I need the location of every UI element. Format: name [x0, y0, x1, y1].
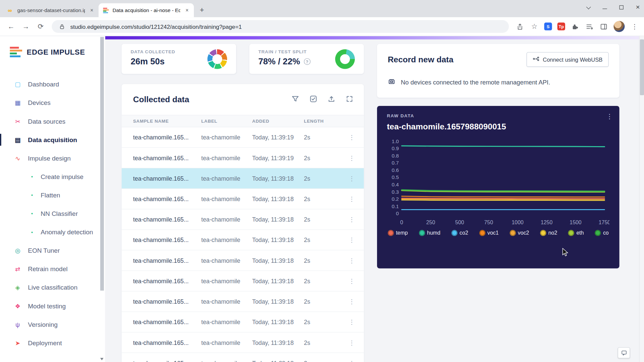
table-row[interactable]: tea-chamomile.165... tea-chamomile Today… [121, 353, 364, 362]
tab-close-icon[interactable]: × [183, 7, 191, 14]
legend-item[interactable]: eth [568, 230, 584, 236]
svg-text:0.3: 0.3 [392, 189, 399, 195]
sidebar-item[interactable]: ✂ Data sources [0, 112, 105, 130]
help-icon[interactable]: ? [304, 58, 311, 65]
sidebar-item[interactable]: ◎ EON Tuner [0, 241, 105, 260]
share-icon[interactable] [516, 22, 525, 31]
sample-name: tea-chamomile.165... [133, 278, 201, 284]
extension-icon[interactable]: S [544, 22, 552, 30]
table-row[interactable]: tea-chamomile.165... tea-chamomile Today… [121, 271, 364, 291]
table-row[interactable]: tea-chamomile.165... tea-chamomile Today… [121, 312, 364, 333]
row-menu-icon[interactable]: ⋮ [349, 339, 355, 346]
sidebar-item[interactable]: ▦ Devices [0, 94, 105, 112]
sidebar-item-label: Data sources [28, 118, 65, 125]
sidebar-item[interactable]: ● Anomaly detection [0, 223, 105, 241]
sidebar-item[interactable]: ● NN Classifier [0, 204, 105, 223]
select-all-icon[interactable] [310, 95, 317, 104]
extensions-puzzle-icon[interactable] [571, 22, 580, 31]
sample-added: Today, 11:39:18 [252, 175, 304, 182]
sidebar-scrollbar[interactable] [100, 37, 104, 361]
new-tab-button[interactable]: + [196, 4, 207, 15]
sidebar-item[interactable]: ψ Versioning [0, 315, 105, 334]
table-row[interactable]: tea-chamomile.165... tea-chamomile Today… [121, 168, 364, 189]
sidebar-item[interactable]: ▢ Dashboard [0, 75, 105, 94]
sidebar-item[interactable]: ❖ Model testing [0, 297, 105, 315]
playlist-icon[interactable] [585, 22, 594, 31]
table-row[interactable]: tea-chamomile.165... tea-chamomile Today… [121, 291, 364, 312]
expand-icon[interactable] [346, 95, 353, 104]
reload-icon[interactable]: ⟳ [35, 20, 47, 33]
tab-close-icon[interactable]: × [88, 7, 95, 14]
table-body: tea-chamomile.165... tea-chamomile Today… [121, 127, 364, 362]
bookmark-star-icon[interactable]: ☆ [530, 22, 539, 31]
svg-text:1500: 1500 [570, 220, 582, 225]
forward-icon[interactable]: → [20, 20, 32, 33]
sidebar-item[interactable]: ➤ Deployment [0, 334, 105, 352]
row-menu-icon[interactable]: ⋮ [349, 298, 355, 305]
row-menu-icon[interactable]: ⋮ [349, 236, 355, 244]
table-row[interactable]: tea-chamomile.165... tea-chamomile Today… [121, 127, 364, 148]
sample-name: tea-chamomile.165... [133, 298, 201, 305]
svg-text:1000: 1000 [512, 220, 524, 225]
filter-icon[interactable] [291, 95, 299, 104]
back-icon[interactable]: ← [5, 20, 17, 33]
row-menu-icon[interactable]: ⋮ [349, 257, 355, 264]
connect-webusb-button[interactable]: Connect using WebUSB [526, 52, 608, 67]
url-bar[interactable]: studio.edgeimpulse.com/studio/121242/acq… [52, 20, 509, 33]
row-menu-icon[interactable]: ⋮ [349, 154, 355, 162]
browser-menu-icon[interactable]: ⋮ [630, 22, 639, 31]
row-menu-icon[interactable]: ⋮ [349, 175, 355, 182]
sidebar-item[interactable]: ◈ Live classification [0, 278, 105, 297]
legend-item[interactable]: humd [419, 230, 440, 236]
sidebar-item[interactable]: ● Flatten [0, 186, 105, 204]
sidebar-item[interactable]: ⇄ Retrain model [0, 260, 105, 278]
profile-avatar[interactable] [613, 21, 625, 32]
browser-tab[interactable]: Data acquisition - ai-nose - Edge × [99, 3, 194, 17]
sample-added: Today, 11:39:18 [252, 278, 304, 284]
row-menu-icon[interactable]: ⋮ [349, 359, 355, 362]
window-close-button[interactable]: × [636, 4, 640, 10]
page-scrollbar[interactable] [639, 36, 644, 362]
sidebar-item[interactable]: ● Create impulse [0, 168, 105, 186]
window-dropdown-icon[interactable] [586, 4, 591, 9]
legend-item[interactable]: no2 [540, 230, 557, 236]
legend-item[interactable]: voc2 [509, 230, 529, 236]
table-row[interactable]: tea-chamomile.165... tea-chamomile Today… [121, 148, 364, 168]
browser-tab[interactable]: gas-sensor-dataset-curation.ipyn × [3, 3, 99, 17]
sidebar-item-label: Create impulse [41, 173, 84, 180]
raw-data-menu-icon[interactable]: ⋮ [606, 113, 613, 120]
legend-item[interactable]: temp [388, 230, 408, 236]
row-menu-icon[interactable]: ⋮ [349, 195, 355, 202]
svg-text:0.9: 0.9 [392, 145, 399, 151]
browser-toolbar: ← → ⟳ studio.edgeimpulse.com/studio/1212… [0, 17, 644, 36]
sample-name: tea-chamomile.165... [133, 216, 201, 223]
sidebar-item-label: Live classification [28, 284, 77, 291]
row-menu-icon[interactable]: ⋮ [349, 318, 355, 326]
table-row[interactable]: tea-chamomile.165... tea-chamomile Today… [121, 333, 364, 353]
sidebar-scrollbar-thumb[interactable] [100, 37, 104, 291]
legend-dot [509, 230, 516, 236]
page-scrollbar-thumb[interactable] [640, 40, 644, 96]
table-row[interactable]: tea-chamomile.165... tea-chamomile Today… [121, 250, 364, 271]
window-minimize-button[interactable] [602, 8, 607, 9]
sidebar-item[interactable]: ▤ Data acquisition [0, 130, 105, 149]
extension-icon[interactable]: Tp [557, 22, 565, 30]
table-row[interactable]: tea-chamomile.165... tea-chamomile Today… [121, 209, 364, 230]
legend-item[interactable]: co2 [451, 230, 468, 236]
legend-item[interactable]: co [595, 230, 608, 236]
window-maximize-button[interactable] [620, 5, 624, 9]
upload-icon[interactable] [328, 95, 335, 104]
legend-item[interactable]: voc1 [479, 230, 499, 236]
sidebar-item[interactable]: ∿ Impulse design [0, 149, 105, 167]
feedback-button[interactable] [618, 347, 630, 358]
legend-dot [451, 230, 458, 236]
table-row[interactable]: tea-chamomile.165... tea-chamomile Today… [121, 189, 364, 209]
row-menu-icon[interactable]: ⋮ [349, 277, 355, 285]
row-menu-icon[interactable]: ⋮ [349, 216, 355, 223]
svg-text:1.0: 1.0 [392, 138, 399, 144]
table-row[interactable]: tea-chamomile.165... tea-chamomile Today… [121, 230, 364, 250]
sidebar-scroll-down-icon[interactable] [100, 358, 104, 360]
row-menu-icon[interactable]: ⋮ [349, 134, 355, 141]
side-panel-icon[interactable] [599, 22, 608, 31]
url-text: studio.edgeimpulse.com/studio/121242/acq… [70, 23, 241, 30]
